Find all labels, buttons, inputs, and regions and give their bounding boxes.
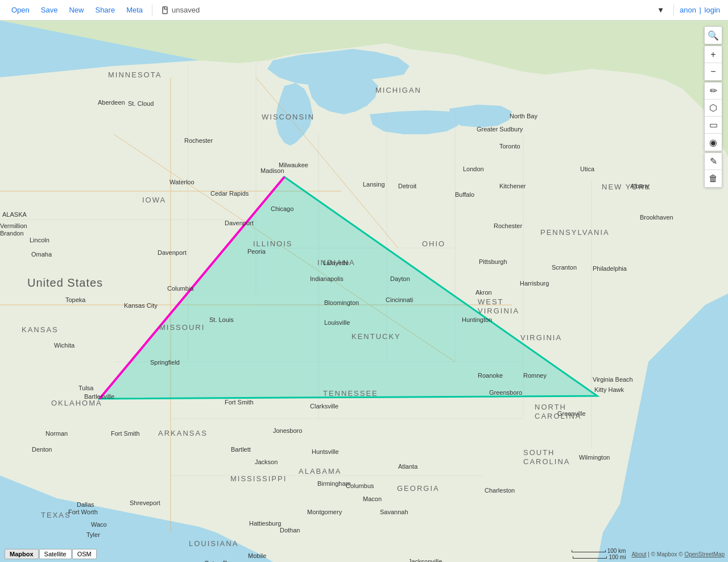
draw-polygon-button[interactable]: ⬡ bbox=[705, 100, 722, 117]
search-button[interactable]: 🔍 bbox=[705, 27, 722, 44]
draw-rect-button[interactable]: ▭ bbox=[705, 117, 722, 134]
open-button[interactable]: Open bbox=[7, 3, 34, 16]
user-info: anon | login bbox=[679, 6, 721, 14]
delete-button[interactable]: 🗑 bbox=[705, 170, 722, 187]
map-type-group: Mapbox Satellite OSM bbox=[5, 549, 97, 559]
document-icon bbox=[162, 6, 169, 14]
edit-control-group: ✎ 🗑 bbox=[704, 152, 722, 188]
anon-link[interactable]: anon bbox=[680, 6, 696, 14]
toolbar-separator-2 bbox=[673, 5, 674, 16]
edit-button[interactable]: ✎ bbox=[705, 153, 722, 170]
bottom-bar: Mapbox Satellite OSM 100 km 100 mi About… bbox=[0, 546, 728, 562]
attribution: About | © Mapbox © OpenStreetMap bbox=[631, 551, 725, 557]
zoom-in-button[interactable]: + bbox=[705, 46, 722, 63]
zoom-out-button[interactable]: − bbox=[705, 63, 722, 80]
map-background bbox=[0, 20, 728, 562]
view-dropdown[interactable]: ▼ bbox=[652, 3, 669, 16]
osm-attr-link[interactable]: OpenStreetMap bbox=[684, 551, 725, 557]
svg-rect-0 bbox=[163, 7, 167, 14]
mapbox-attr: © Mapbox bbox=[651, 551, 677, 557]
share-button[interactable]: Share bbox=[90, 3, 119, 16]
marker-button[interactable]: ◉ bbox=[705, 134, 722, 151]
about-link[interactable]: About bbox=[631, 551, 646, 557]
map-controls: 🔍 + − ✏ ⬡ ▭ ◉ ✎ 🗑 bbox=[704, 26, 722, 188]
unsaved-indicator: unsaved bbox=[157, 3, 204, 16]
scale-bar: 100 km 100 mi bbox=[572, 548, 626, 560]
new-button[interactable]: New bbox=[64, 3, 88, 16]
scale-km: 100 km bbox=[572, 548, 626, 554]
login-link[interactable]: login bbox=[705, 6, 720, 14]
satellite-type-button[interactable]: Satellite bbox=[39, 549, 72, 559]
dropdown-arrow: ▼ bbox=[657, 6, 664, 14]
unsaved-label: unsaved bbox=[172, 6, 200, 14]
zoom-control-group: + − bbox=[704, 46, 722, 81]
map-container[interactable]: United States MINNESOTA WISCONSIN MICHIG… bbox=[0, 20, 728, 562]
scale-km-label: 100 km bbox=[607, 548, 626, 554]
scale-km-bar bbox=[572, 550, 606, 552]
meta-button[interactable]: Meta bbox=[122, 3, 147, 16]
scale-mi-bar bbox=[573, 556, 607, 559]
scale-mi: 100 mi bbox=[573, 554, 626, 560]
mapbox-type-button[interactable]: Mapbox bbox=[5, 549, 39, 559]
draw-line-button[interactable]: ✏ bbox=[705, 82, 722, 100]
toolbar: Open Save New Share Meta unsaved ▼ anon … bbox=[0, 0, 728, 20]
draw-control-group: ✏ ⬡ ▭ ◉ bbox=[704, 82, 722, 151]
osm-type-button[interactable]: OSM bbox=[72, 549, 97, 559]
scale-mi-label: 100 mi bbox=[609, 554, 626, 560]
search-control-group: 🔍 bbox=[704, 26, 722, 44]
toolbar-separator bbox=[152, 5, 152, 16]
save-button[interactable]: Save bbox=[36, 3, 63, 16]
